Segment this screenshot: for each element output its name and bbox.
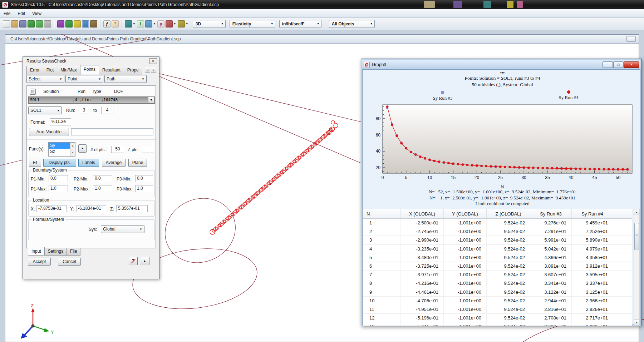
- model-icon[interactable]: [57, 20, 64, 28]
- close-model-icon[interactable]: [90, 20, 97, 28]
- boundary-field-p2max[interactable]: 1.0: [93, 185, 112, 192]
- chevron-down-icon[interactable]: ▼: [153, 22, 156, 25]
- import-icon[interactable]: [28, 20, 35, 28]
- method-select[interactable]: Path▼: [104, 75, 147, 83]
- num-pts-field[interactable]: 50: [111, 146, 124, 153]
- units-select[interactable]: in/lbf/sec/F▼: [279, 20, 321, 28]
- table-row[interactable]: 6-3.725e-01-1.001e+009.524e-023.891e+013…: [363, 262, 632, 271]
- solution-select[interactable]: SOL1▼: [28, 106, 62, 114]
- constraint-icon[interactable]: [166, 20, 173, 28]
- scrollbar-thumb[interactable]: [634, 223, 639, 250]
- chevron-down-icon[interactable]: ▼: [148, 97, 154, 103]
- x-coordinate-field[interactable]: -7.8753e-01: [36, 205, 67, 212]
- tab-points[interactable]: Points: [80, 65, 99, 74]
- tab-scroll-right-icon[interactable]: ▸: [151, 67, 156, 73]
- table-row[interactable]: 2-2.745e-01-1.001e+009.524e-027.291e+017…: [363, 227, 632, 236]
- entity-select[interactable]: Point▼: [65, 75, 103, 83]
- print-icon[interactable]: [44, 20, 51, 28]
- average-button[interactable]: Average: [102, 159, 126, 167]
- extraction-select[interactable]: Select▼: [26, 75, 64, 83]
- dynamic-help-button[interactable]: ?: [129, 257, 138, 265]
- boundary-field-p2min[interactable]: 0.0: [93, 175, 112, 182]
- save-icon[interactable]: [19, 20, 26, 28]
- bottom-tab-input[interactable]: Input: [28, 247, 45, 256]
- cancel-button[interactable]: Cancel: [58, 258, 81, 266]
- graph-close-button[interactable]: ×: [624, 61, 639, 68]
- table-row[interactable]: 9-4.461e-01-1.001e+009.524e-023.122e+013…: [363, 288, 632, 297]
- table-row[interactable]: 8-4.216e-01-1.001e+009.524e-023.341e+013…: [363, 279, 632, 288]
- solution-grid-checkbox[interactable]: [30, 89, 36, 95]
- scroll-up-icon[interactable]: ▲: [634, 209, 639, 215]
- dimension-select[interactable]: 3D▼: [193, 20, 226, 28]
- table-row[interactable]: 4-3.235e-01-1.001e+009.524e-025.042e+014…: [363, 245, 632, 253]
- load-p-icon[interactable]: p: [157, 20, 164, 28]
- y-coordinate-field[interactable]: -6.1834e-01: [76, 205, 106, 212]
- function-item-sz[interactable]: Sz: [49, 149, 70, 155]
- results-dialog-close-icon[interactable]: ✕: [149, 58, 157, 64]
- format-field[interactable]: %11.3e: [50, 118, 71, 125]
- bottom-tab-file[interactable]: File: [67, 248, 80, 256]
- chevron-down-icon[interactable]: ▼: [133, 22, 136, 25]
- z-coordinate-field[interactable]: 5.3567e-01: [116, 205, 148, 212]
- table-row[interactable]: 10-4.706e-01-1.001e+009.524e-022.944e+01…: [363, 297, 632, 305]
- report-icon[interactable]: [178, 20, 185, 28]
- table-row[interactable]: 1-2.500e-01-1.001e+009.524e-029.276e+019…: [363, 219, 632, 227]
- tab-scroll-left-icon[interactable]: ◂: [145, 67, 150, 73]
- table-row[interactable]: 11-4.951e-01-1.001e+009.524e-022.816e+01…: [363, 305, 632, 314]
- boundary-icon[interactable]: [145, 20, 152, 28]
- scroll-down-icon[interactable]: ▼: [634, 319, 639, 325]
- table-row[interactable]: 12-5.196e-01-1.001e+009.524e-022.708e+01…: [363, 314, 632, 322]
- tab-prope[interactable]: Prope: [124, 66, 142, 75]
- model-minimize-button[interactable]: —: [626, 36, 636, 42]
- objects-select[interactable]: All Objects▼: [329, 20, 375, 28]
- labels-button[interactable]: Labels: [78, 159, 99, 167]
- mesh-icon[interactable]: [65, 20, 73, 28]
- zpln-field[interactable]: [142, 146, 154, 153]
- tab-error[interactable]: Error: [26, 66, 43, 75]
- graph-minimize-button[interactable]: –: [603, 61, 613, 68]
- table-row[interactable]: 3-2.990e-01-1.001e+009.524e-025.991e+015…: [363, 236, 632, 244]
- function-listbox[interactable]: Sy Sz ▲▼: [48, 142, 75, 157]
- theory-select[interactable]: Elasticity▼: [230, 20, 275, 28]
- menu-view[interactable]: View: [29, 10, 45, 17]
- tab-plot[interactable]: Plot: [43, 66, 58, 75]
- boundary-field-p3min[interactable]: 0.0: [135, 175, 153, 182]
- table-row[interactable]: 5-3.480e-01-1.001e+009.524e-024.366e+014…: [363, 253, 632, 262]
- display-options-icon[interactable]: [82, 20, 89, 28]
- aux-variable-field[interactable]: [71, 128, 153, 135]
- aux-variable-button[interactable]: Aux. Variable: [29, 128, 69, 136]
- help-icon[interactable]: ?: [112, 20, 119, 28]
- open-folder-icon[interactable]: [11, 20, 18, 28]
- function-item-sy[interactable]: Sy: [49, 143, 70, 149]
- scroll-down-icon[interactable]: ▼: [70, 149, 75, 156]
- accept-button[interactable]: Accept: [28, 258, 51, 266]
- et-button[interactable]: Et: [29, 159, 41, 167]
- solution-grid-selected-row[interactable]: SOL1 ,4 ,Lin. ,104748▼: [28, 96, 155, 104]
- tab-resultant[interactable]: Resultant: [99, 66, 124, 75]
- export-icon[interactable]: [36, 20, 43, 28]
- new-file-icon[interactable]: [3, 20, 10, 28]
- chevron-down-icon[interactable]: ▼: [186, 22, 188, 25]
- boundary-field-p1min[interactable]: 0.0: [49, 175, 68, 182]
- chevron-down-icon[interactable]: ▼: [173, 22, 176, 25]
- graph-restore-button[interactable]: □: [613, 61, 624, 68]
- plane-button[interactable]: Plane: [128, 159, 147, 167]
- run-from-field[interactable]: 3: [78, 107, 90, 114]
- boundary-field-p1max[interactable]: 1.0: [49, 185, 68, 192]
- scroll-up-icon[interactable]: ▲: [70, 143, 75, 149]
- roll-up-button[interactable]: ▴: [140, 257, 149, 265]
- beam-section-icon[interactable]: I: [137, 20, 144, 28]
- listbox-scrollbar[interactable]: ▲▼: [70, 143, 75, 156]
- table-row[interactable]: 13-5.441e-01-1.001e+009.524e-022.620e+01…: [363, 322, 632, 326]
- formula-icon[interactable]: ƒ: [103, 20, 110, 28]
- display-pts-button[interactable]: Display pts.: [43, 159, 76, 167]
- material-icon[interactable]: [74, 20, 81, 28]
- table-scrollbar[interactable]: ▲ ▼: [634, 209, 640, 326]
- menu-file[interactable]: File: [0, 10, 14, 17]
- results-disk-icon[interactable]: [125, 20, 132, 28]
- system-select[interactable]: Global▼: [101, 225, 144, 233]
- bottom-tab-settings[interactable]: Settings: [44, 248, 67, 256]
- run-to-field[interactable]: 4: [101, 107, 113, 114]
- function-dropdown-button[interactable]: ▼: [78, 144, 87, 153]
- tab-minmax[interactable]: Min/Max: [57, 66, 80, 75]
